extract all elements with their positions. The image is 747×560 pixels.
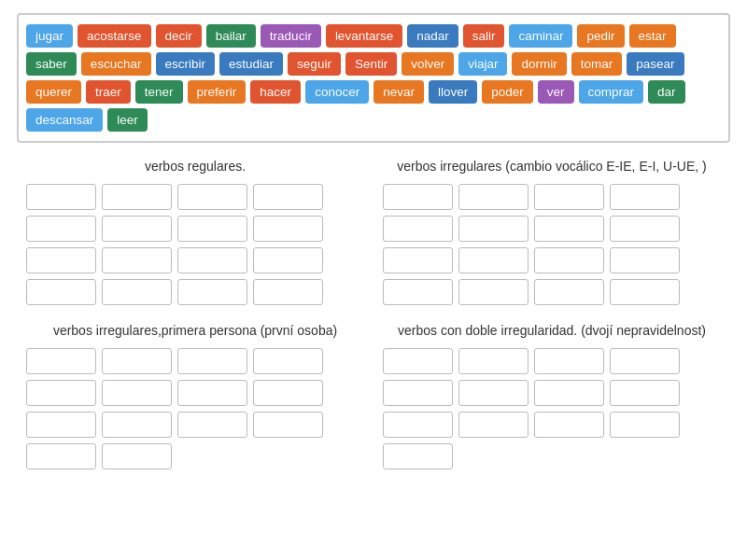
drop-cell[interactable] [26, 443, 96, 469]
drop-cell[interactable] [253, 216, 323, 242]
drop-cell[interactable] [383, 443, 453, 469]
drop-cell[interactable] [383, 279, 453, 305]
word-tag[interactable]: volver [402, 52, 454, 76]
word-tag[interactable]: acostarse [78, 24, 151, 48]
word-tag[interactable]: levantarse [326, 24, 402, 48]
drop-cell[interactable] [102, 184, 172, 210]
word-tag[interactable]: seguir [288, 52, 341, 76]
drop-cell[interactable] [383, 348, 453, 374]
drop-cell[interactable] [26, 184, 96, 210]
drop-cell[interactable] [534, 216, 604, 242]
drop-cell[interactable] [26, 412, 96, 438]
drop-cell[interactable] [102, 380, 172, 406]
word-tag[interactable]: estudiar [219, 52, 283, 76]
drop-cell[interactable] [102, 279, 172, 305]
drop-cell[interactable] [383, 184, 453, 210]
drop-cell[interactable] [534, 348, 604, 374]
word-tag[interactable]: traducir [261, 24, 321, 48]
drop-cell[interactable] [177, 412, 247, 438]
drop-cell[interactable] [534, 279, 604, 305]
drop-cell[interactable] [26, 380, 96, 406]
word-tag[interactable]: caminar [509, 24, 572, 48]
word-tag[interactable]: dar [648, 80, 685, 104]
drop-cell[interactable] [26, 247, 96, 273]
word-tag[interactable]: pedir [577, 24, 624, 48]
drop-cell[interactable] [253, 184, 323, 210]
section-primera: verbos irregulares,primera persona (prvn… [17, 322, 374, 469]
drop-cell[interactable] [383, 412, 453, 438]
drop-cell[interactable] [610, 247, 680, 273]
drop-cell[interactable] [610, 184, 680, 210]
drop-row [383, 184, 721, 210]
drop-row [383, 216, 721, 242]
drop-cell[interactable] [610, 279, 680, 305]
drop-cell[interactable] [383, 380, 453, 406]
drop-cell[interactable] [177, 348, 247, 374]
drop-cell[interactable] [253, 412, 323, 438]
drop-cell[interactable] [610, 380, 680, 406]
word-tag[interactable]: viajar [458, 52, 507, 76]
drop-cell[interactable] [610, 216, 680, 242]
word-tag[interactable]: traer [86, 80, 131, 104]
word-tag[interactable]: descansar [26, 108, 103, 132]
drop-cell[interactable] [383, 247, 453, 273]
drop-cell[interactable] [26, 348, 96, 374]
drop-cell[interactable] [177, 247, 247, 273]
drop-cell[interactable] [177, 216, 247, 242]
word-tag[interactable]: saber [26, 52, 77, 76]
drop-cell[interactable] [383, 216, 453, 242]
word-tag[interactable]: Sentir [345, 52, 397, 76]
word-tag[interactable]: nadar [407, 24, 458, 48]
word-tag[interactable]: dormir [512, 52, 566, 76]
drop-cell[interactable] [458, 184, 529, 210]
drop-cell[interactable] [177, 380, 247, 406]
drop-cell[interactable] [534, 412, 604, 438]
word-tag[interactable]: bailar [206, 24, 256, 48]
word-tag[interactable]: ver [538, 80, 574, 104]
drop-cell[interactable] [253, 279, 323, 305]
word-tag[interactable]: nevar [374, 80, 424, 104]
word-tag[interactable]: llover [429, 80, 477, 104]
word-tag[interactable]: decir [156, 24, 202, 48]
drop-row [26, 380, 364, 406]
sections-container: verbos regulares. [17, 158, 730, 305]
drop-cell[interactable] [26, 216, 96, 242]
word-tag[interactable]: pasear [627, 52, 684, 76]
word-tag[interactable]: poder [482, 80, 533, 104]
word-tag[interactable]: tener [135, 80, 183, 104]
drop-cell[interactable] [458, 216, 529, 242]
drop-cell[interactable] [458, 412, 529, 438]
drop-cell[interactable] [102, 412, 172, 438]
word-tag[interactable]: querer [26, 80, 81, 104]
drop-cell[interactable] [458, 380, 529, 406]
drop-cell[interactable] [253, 247, 323, 273]
word-tag[interactable]: hacer [250, 80, 301, 104]
word-tag[interactable]: preferir [188, 80, 247, 104]
drop-cell[interactable] [177, 279, 247, 305]
drop-cell[interactable] [458, 348, 529, 374]
word-tag[interactable]: comprar [579, 80, 644, 104]
word-tag[interactable]: tomar [571, 52, 623, 76]
drop-cell[interactable] [102, 247, 172, 273]
word-tag[interactable]: salir [463, 24, 505, 48]
drop-cell[interactable] [253, 348, 323, 374]
word-tag[interactable]: escribir [156, 52, 216, 76]
drop-cell[interactable] [102, 348, 172, 374]
drop-cell[interactable] [534, 184, 604, 210]
drop-cell[interactable] [458, 247, 529, 273]
drop-cell[interactable] [610, 348, 680, 374]
word-tag[interactable]: leer [107, 108, 148, 132]
drop-cell[interactable] [534, 380, 604, 406]
drop-cell[interactable] [534, 247, 604, 273]
word-tag[interactable]: escuchar [81, 52, 151, 76]
drop-cell[interactable] [177, 184, 247, 210]
drop-cell[interactable] [610, 412, 680, 438]
word-tag[interactable]: jugar [26, 24, 73, 48]
word-tag[interactable]: estar [629, 24, 676, 48]
drop-cell[interactable] [102, 216, 172, 242]
drop-cell[interactable] [102, 443, 172, 469]
drop-cell[interactable] [458, 279, 529, 305]
word-tag[interactable]: conocer [305, 80, 369, 104]
drop-cell[interactable] [253, 380, 323, 406]
drop-cell[interactable] [26, 279, 96, 305]
